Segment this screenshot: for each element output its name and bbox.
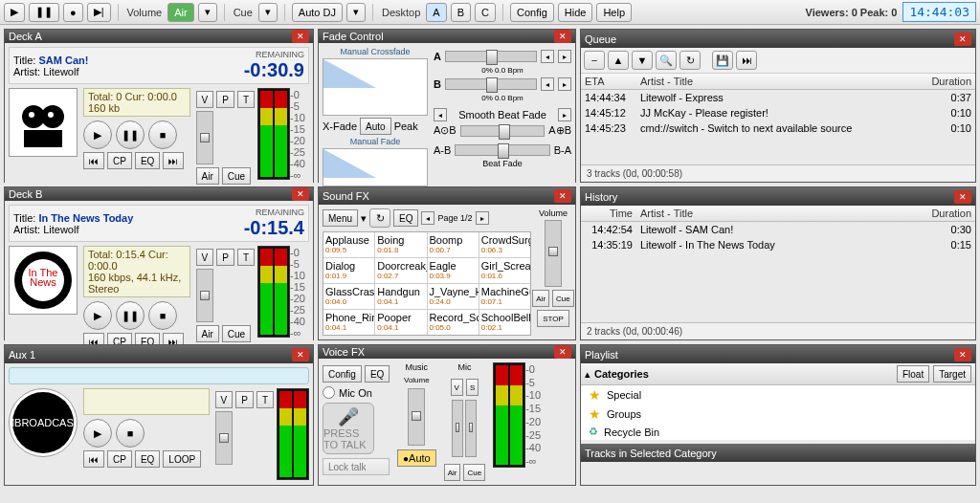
- deck-a-panel: Deck A✕ Title: SAM Can! Artist: Litewolf…: [4, 29, 314, 183]
- sfx-cell[interactable]: Doorcreak_clos0:02.7: [375, 258, 426, 283]
- sfx-cell[interactable]: MachineGunSho0:07.1: [479, 284, 530, 309]
- queue-row[interactable]: 14:45:12JJ McKay - Please register!0:10: [581, 105, 975, 120]
- deck-b-pause-button[interactable]: ❚❚: [116, 301, 145, 330]
- close-icon[interactable]: ✕: [554, 30, 571, 43]
- deck-a-eq-button[interactable]: EQ: [135, 152, 160, 169]
- sfx-cell[interactable]: Handgun0:04.1: [375, 284, 426, 309]
- category-item[interactable]: ★ Special: [581, 385, 975, 405]
- close-icon[interactable]: ✕: [554, 189, 571, 203]
- desktop-a-button[interactable]: A: [426, 3, 446, 22]
- aux-loop-button[interactable]: LOOP: [163, 450, 201, 468]
- deck-a-cp-button[interactable]: CP: [107, 152, 132, 169]
- sfx-cell[interactable]: SchoolBell0:02.1: [479, 310, 530, 335]
- crossfade-slider[interactable]: [455, 144, 549, 156]
- sfx-cell[interactable]: Eagle0:03.9: [428, 258, 479, 283]
- deck-b-panel: Deck B✕ Title: In The News Today Artist:…: [4, 186, 314, 340]
- mic-on-radio[interactable]: Mic On: [323, 386, 390, 399]
- history-row[interactable]: 14:42:54Litewolf - SAM Can!0:30: [581, 222, 975, 237]
- auto-duck-button[interactable]: ● Auto: [397, 449, 436, 467]
- history-row[interactable]: 14:35:19Litewolf - In The News Today0:15: [581, 237, 975, 252]
- svg-point-4: [29, 112, 34, 118]
- deck-a-next-button[interactable]: ⏭: [163, 152, 184, 169]
- desktop-b-button[interactable]: B: [451, 3, 471, 22]
- air-button[interactable]: Air: [167, 3, 193, 22]
- queue-save-icon[interactable]: 💾: [712, 51, 733, 70]
- lock-talk-button[interactable]: Lock talk: [323, 458, 390, 475]
- deck-a-prev-button[interactable]: ⏮: [83, 152, 104, 169]
- category-item[interactable]: ★ Groups: [581, 405, 975, 424]
- next-button[interactable]: ▶|: [87, 3, 111, 22]
- sfx-cell[interactable]: CrowdSurge0:06.3: [479, 232, 530, 257]
- queue-search-icon[interactable]: 🔍: [656, 51, 677, 70]
- sfx-volume-slider[interactable]: [545, 220, 562, 287]
- deck-b-album-art: In TheNews: [9, 246, 78, 315]
- category-item[interactable]: ♻ Recycle Bin: [581, 424, 975, 440]
- sfx-menu-button[interactable]: Menu: [323, 209, 358, 227]
- sfx-cell[interactable]: Dialog0:01.9: [323, 258, 374, 283]
- beat-fade-slider-1[interactable]: [460, 125, 546, 137]
- deck-a-volume-slider[interactable]: [196, 111, 213, 164]
- aux-album-art: SAMBROADCASTER: [9, 388, 78, 457]
- press-to-talk-button[interactable]: 🎤PRESS TO TALK: [323, 403, 374, 454]
- queue-row[interactable]: 14:45:23cmd://switch - Switch to next av…: [581, 120, 975, 136]
- sfx-cell[interactable]: J_Vayne_Habit0:24.0: [428, 284, 479, 309]
- close-icon[interactable]: ✕: [954, 348, 971, 361]
- deck-a-play-button[interactable]: ▶: [83, 120, 112, 149]
- autodj-dropdown[interactable]: ▾: [346, 3, 366, 22]
- close-icon[interactable]: ✕: [954, 190, 971, 204]
- sfx-cell[interactable]: Pooper0:04.1: [375, 310, 426, 335]
- sfx-cell[interactable]: Phone_Ring0:04.1: [323, 310, 374, 335]
- float-button[interactable]: Float: [897, 365, 929, 383]
- play-button[interactable]: ▶: [4, 3, 25, 22]
- config-button[interactable]: Config: [510, 3, 554, 22]
- hide-button[interactable]: Hide: [558, 3, 593, 22]
- queue-refresh-icon[interactable]: ↻: [679, 51, 701, 70]
- sfx-stop-button[interactable]: STOP: [537, 310, 569, 327]
- music-volume-slider[interactable]: [408, 388, 425, 446]
- close-icon[interactable]: ✕: [554, 345, 571, 359]
- categories-toggle[interactable]: ▴: [585, 368, 590, 381]
- aux-panel: Aux 1✕ SAMBROADCASTER ▶ ■ ⏮: [4, 344, 314, 486]
- sfx-cell[interactable]: Record_Scratch0:05.0: [428, 310, 479, 335]
- autodj-button[interactable]: Auto DJ: [292, 3, 343, 22]
- queue-skip-icon[interactable]: ⏭: [736, 51, 757, 70]
- cue-dropdown[interactable]: ▾: [258, 3, 278, 22]
- deck-a-vu-meter: [257, 88, 290, 180]
- deck-a-cue-button[interactable]: Cue: [222, 167, 251, 185]
- deck-a-pitch-slider[interactable]: [445, 51, 537, 62]
- deck-a-air-button[interactable]: Air: [196, 167, 219, 185]
- history-panel: History✕ TimeArtist - TitleDuration 14:4…: [580, 186, 976, 340]
- target-button[interactable]: Target: [933, 365, 971, 383]
- queue-down-icon[interactable]: ▼: [632, 51, 653, 70]
- close-icon[interactable]: ✕: [292, 348, 309, 361]
- sfx-cell[interactable]: GlassCrash0:04.0: [323, 284, 374, 309]
- deck-a-pause-button[interactable]: ❚❚: [116, 120, 145, 149]
- stop-button[interactable]: ●: [63, 3, 83, 22]
- aux-stop-button[interactable]: ■: [116, 419, 145, 448]
- desktop-c-button[interactable]: C: [475, 3, 496, 22]
- close-icon[interactable]: ✕: [292, 187, 309, 201]
- auto-fade-button[interactable]: Auto: [360, 118, 391, 135]
- deck-b-volume-slider[interactable]: [196, 269, 213, 322]
- sfx-cell[interactable]: Applause0:09.5: [323, 232, 374, 257]
- deck-b-pitch-slider[interactable]: [445, 78, 537, 90]
- deck-b-play-button[interactable]: ▶: [83, 301, 112, 330]
- sfx-refresh-icon[interactable]: ↻: [369, 208, 390, 228]
- queue-up-icon[interactable]: ▲: [608, 51, 629, 70]
- aux-play-button[interactable]: ▶: [83, 419, 112, 448]
- sfx-cell[interactable]: Girl_Scream0:01.6: [479, 258, 530, 283]
- deck-b-track-title: In The News Today: [39, 212, 134, 224]
- deck-b-remaining: -0:15.4: [244, 217, 304, 239]
- air-dropdown[interactable]: ▾: [198, 3, 217, 22]
- deck-a-stop-button[interactable]: ■: [148, 120, 177, 149]
- queue-row[interactable]: 14:44:34Litewolf - Express0:37: [581, 90, 975, 105]
- sfx-grid: Applause0:09.5Boing0:01.8Boomp0:00.7Crow…: [323, 231, 531, 336]
- close-icon[interactable]: ✕: [292, 30, 309, 43]
- pause-button[interactable]: ❚❚: [29, 3, 59, 22]
- close-icon[interactable]: ✕: [954, 33, 971, 46]
- deck-b-stop-button[interactable]: ■: [148, 301, 177, 330]
- queue-remove-icon[interactable]: −: [584, 51, 605, 70]
- help-button[interactable]: Help: [596, 3, 632, 22]
- sfx-cell[interactable]: Boomp0:00.7: [428, 232, 479, 257]
- sfx-cell[interactable]: Boing0:01.8: [375, 232, 426, 257]
